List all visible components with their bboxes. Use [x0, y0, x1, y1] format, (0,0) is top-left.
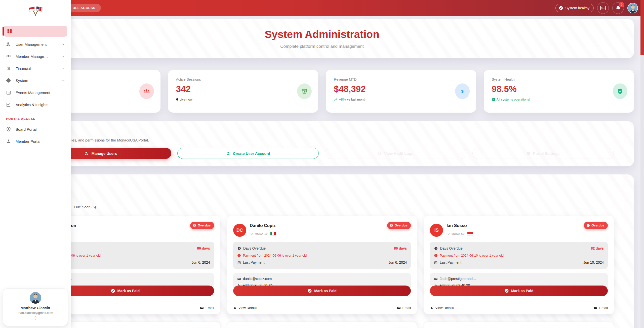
tab-due-soon[interactable]: Due Soon (5) — [74, 205, 614, 209]
stat-sub: vs last month — [347, 98, 366, 101]
section-heading-fragment: ent — [51, 181, 614, 189]
main-content: System Administration Complete platform … — [0, 16, 644, 328]
portal-settings-button[interactable]: Portal Settings — [472, 148, 614, 159]
member-name: on — [71, 223, 190, 228]
user-name: Matthew Ciaccio — [3, 306, 68, 310]
sidebar-item-label: User Management — [16, 42, 58, 46]
person-icon — [233, 306, 237, 310]
mark-as-paid-button[interactable]: Mark as Paid — [233, 286, 411, 296]
people-group-icon — [6, 53, 12, 59]
full-access-label: FULL ACCESS — [70, 6, 95, 10]
user-management-section: ment oles, and permissions for the Monac… — [10, 121, 634, 166]
sidebar-item-member-portal[interactable]: Member Portal — [3, 135, 68, 147]
notifications-button[interactable]: 0 — [612, 2, 624, 14]
terminal-button[interactable] — [597, 2, 609, 14]
sidebar-nav: User Management Member Manage… $ Financi… — [0, 22, 71, 147]
check-circle-icon — [559, 6, 563, 10]
system-healthy-label: System healthy — [565, 6, 589, 10]
alert-icon — [237, 254, 241, 257]
membership-section: ent Due Soon (5) on Overdue — [10, 174, 634, 328]
calendar-icon — [434, 261, 438, 264]
chevron-down-icon — [62, 42, 65, 46]
person-gear-icon — [84, 151, 89, 156]
view-details-link[interactable]: View Details — [233, 306, 257, 310]
live-dot-icon — [176, 98, 178, 101]
crossed-flags-icon — [28, 6, 43, 17]
sidebar-item-label: Board Portal — [16, 127, 65, 131]
sidebar-item-dashboard[interactable] — [4, 26, 67, 37]
member-id: ID: MUSA-19 — [250, 232, 268, 235]
email-link[interactable]: Email — [594, 306, 608, 310]
system-healthy-badge: System healthy — [555, 4, 594, 12]
section-subtitle-fragment: oles, and permissions for the MonacoUSA … — [69, 138, 614, 142]
member-avatar: IS — [430, 224, 443, 237]
logo — [0, 0, 71, 22]
last-payment-value: Jun 6, 2024 — [388, 260, 407, 264]
sidebar-item-member-management[interactable]: Member Manage… — [3, 50, 68, 62]
dollar-icon: $ — [455, 83, 470, 99]
email-icon — [397, 306, 401, 310]
alert-icon — [586, 224, 590, 227]
clock-icon — [434, 246, 438, 250]
alert-icon — [434, 254, 438, 257]
mark-as-paid-button[interactable]: Mark as Paid — [430, 286, 608, 296]
sidebar-item-system[interactable]: System — [3, 74, 68, 86]
sidebar-item-analytics[interactable]: Analytics & Insights — [3, 99, 68, 111]
view-audit-logs-button[interactable]: View Audit Logs — [325, 148, 466, 159]
chevron-down-icon — [62, 55, 65, 58]
topbar: FULL ACCESS System healthy 0 — [0, 0, 644, 16]
sidebar-item-user-management[interactable]: User Management — [3, 38, 68, 50]
member-email: Jade@prestigebrand… — [440, 277, 476, 281]
email-link[interactable]: Email — [397, 306, 411, 310]
page-scrollbar[interactable] — [640, 0, 644, 328]
kebab-menu-icon[interactable]: ⋮ — [3, 317, 68, 319]
shield-person-icon — [6, 126, 12, 132]
person-icon — [430, 306, 433, 310]
sidebar-item-events-management[interactable]: Events Management — [3, 86, 68, 99]
payment-warning: 06 is over 1 year old — [71, 254, 101, 257]
member-id: ID: MUSA-69 — [447, 232, 464, 235]
last-payment-label: Last Payment — [440, 260, 461, 264]
chevron-down-icon — [62, 79, 65, 82]
last-payment-label: Last Payment — [243, 260, 265, 264]
scrollbar-thumb[interactable] — [640, 0, 644, 55]
svg-text:$: $ — [461, 89, 463, 93]
chevron-down-icon — [62, 67, 65, 70]
sidebar-item-financial[interactable]: $ Financial — [3, 62, 68, 74]
italy-flag-icon — [270, 232, 276, 236]
stat-label: Revenue MTD — [334, 77, 468, 81]
stat-value: 98.5% — [492, 84, 626, 94]
person-icon — [6, 138, 12, 144]
member-name: Ian Sosso — [447, 223, 584, 228]
view-details-link[interactable]: View Details — [430, 306, 454, 310]
overdue-badge: Overdue — [584, 222, 608, 229]
last-payment-value: Jun 6, 2024 — [192, 260, 210, 264]
gear-icon — [527, 151, 531, 155]
alert-icon — [193, 224, 196, 227]
member-card: Overdue — [227, 322, 417, 328]
stat-trend: +8% — [339, 98, 346, 101]
create-user-account-button[interactable]: Create User Account — [177, 148, 319, 159]
shield-check-icon — [613, 83, 627, 99]
trend-up-icon — [334, 98, 338, 101]
days-overdue-value: 82 days — [591, 246, 604, 250]
email-icon — [594, 306, 597, 310]
next-member-cards-row: Overdue Overdue Overdue — [30, 322, 614, 328]
system-administration-page: FULL ACCESS System healthy 0 — [0, 0, 644, 328]
member-card: IS Ian Sosso ID: MUSA-69 Overdue — [424, 216, 614, 314]
clock-icon — [237, 246, 241, 250]
topbar-avatar[interactable] — [627, 3, 638, 13]
sidebar-item-board-portal[interactable]: Board Portal — [3, 123, 68, 135]
days-overdue-label: Days Overdue — [243, 246, 266, 250]
stats-row: Active Sessions 342 Live now Revenue MTD… — [10, 70, 634, 113]
stat-card-system-health: System Health 98.5% All systems operatio… — [484, 70, 634, 113]
stat-sub: Live now — [180, 98, 192, 101]
stat-label: System Health — [492, 77, 626, 81]
sidebar-item-label: Analytics & Insights — [16, 103, 65, 107]
sidebar-user-card: Matthew Ciaccio matt.ciaccio@gmail.com ⋮ — [3, 289, 68, 326]
email-link[interactable]: Email — [200, 306, 214, 310]
member-name: Danilo Copiz — [250, 223, 387, 228]
alert-icon — [390, 224, 393, 227]
hero-card: System Administration Complete platform … — [10, 19, 634, 58]
check-circle-icon — [504, 289, 509, 293]
